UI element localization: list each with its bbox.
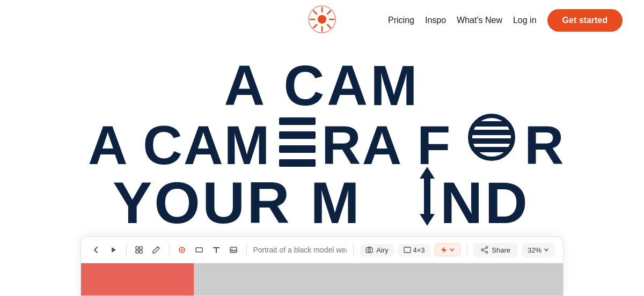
toolbar-edit-button[interactable]	[150, 241, 163, 258]
svg-text:A CAM: A CAM	[224, 54, 420, 116]
svg-point-34	[231, 249, 232, 250]
svg-rect-19	[472, 121, 511, 127]
nav-get-started-button[interactable]: Get started	[547, 9, 623, 32]
toolbar-text-button[interactable]	[210, 241, 223, 258]
style-label: Airy	[376, 246, 388, 254]
svg-marker-25	[420, 167, 435, 226]
toolbar-top: Airy 4×3	[81, 237, 563, 263]
toolbar-preview-strip	[81, 263, 563, 295]
svg-point-39	[481, 249, 484, 251]
toolbar-separator-3	[246, 243, 247, 256]
toolbar-image-button[interactable]	[227, 241, 240, 258]
prompt-input[interactable]	[253, 246, 347, 254]
toolbar-color-button[interactable]	[176, 241, 189, 258]
svg-text:R: R	[524, 115, 564, 176]
logo-icon[interactable]	[308, 5, 336, 33]
svg-rect-29	[136, 250, 138, 253]
nav-inspo[interactable]: Inspo	[425, 16, 446, 25]
svg-rect-37	[404, 247, 411, 253]
svg-rect-22	[472, 147, 511, 152]
zoom-button[interactable]: 32%	[522, 243, 554, 257]
svg-text:A CAM: A CAM	[88, 115, 271, 176]
share-label: Share	[492, 246, 510, 254]
style-badge[interactable]: Airy	[360, 244, 393, 256]
svg-text:YOUR M: YOUR M	[113, 169, 362, 234]
image-icon	[229, 246, 238, 254]
size-icon	[404, 246, 411, 254]
nav-pricing[interactable]: Pricing	[388, 16, 414, 25]
toolbar-separator-2	[169, 243, 170, 256]
toolbar-separator-5	[467, 243, 467, 256]
svg-line-42	[484, 250, 486, 252]
grid-icon	[135, 246, 143, 254]
rect-icon	[195, 246, 203, 254]
svg-text:RA F: RA F	[321, 115, 451, 176]
nav-right: Pricing Inspo What's New Log in Get star…	[388, 9, 623, 32]
svg-text:ND: ND	[440, 169, 530, 234]
chevron-down-zoom-icon	[544, 247, 549, 253]
hero-title-line2-svg: YOUR M ND	[107, 164, 537, 234]
toolbar-separator-4	[353, 243, 354, 256]
share-button[interactable]: Share	[473, 243, 518, 257]
edit-icon	[152, 246, 160, 254]
toolbar: Airy 4×3	[80, 236, 564, 296]
toolbar-rect-button[interactable]	[193, 241, 206, 258]
nav-login[interactable]: Log in	[513, 16, 537, 25]
hero-title: A CAM A CAM RA F	[80, 51, 564, 234]
generate-badge[interactable]	[435, 243, 460, 256]
svg-rect-20	[472, 130, 511, 135]
preview-thumbnail-gray	[194, 263, 563, 295]
toolbar-grid-button[interactable]	[133, 241, 145, 258]
svg-point-36	[368, 249, 371, 251]
svg-point-38	[486, 247, 488, 249]
camera-icon	[365, 246, 373, 254]
preview-thumbnail-red	[81, 263, 194, 295]
chevron-down-icon	[449, 247, 455, 253]
svg-rect-28	[140, 247, 142, 249]
svg-rect-21	[472, 138, 511, 144]
svg-rect-14	[279, 145, 316, 153]
chevron-left-icon	[92, 246, 100, 254]
text-icon	[212, 246, 221, 254]
size-label: 4×3	[413, 246, 425, 254]
play-icon	[109, 246, 118, 254]
nav-whats-new[interactable]: What's New	[457, 16, 502, 25]
svg-line-41	[484, 248, 486, 249]
svg-rect-13	[279, 131, 316, 139]
svg-rect-32	[196, 248, 202, 252]
svg-rect-27	[136, 247, 138, 249]
svg-point-40	[486, 251, 488, 254]
zoom-label: 32%	[528, 246, 541, 254]
size-badge[interactable]: 4×3	[398, 244, 430, 256]
svg-point-1	[318, 15, 326, 24]
color-icon	[178, 246, 186, 254]
toolbar-separator-1	[126, 243, 127, 256]
svg-rect-30	[140, 250, 142, 253]
svg-rect-15	[279, 159, 316, 167]
toolbar-back-button[interactable]	[90, 241, 103, 258]
toolbar-play-button[interactable]	[107, 241, 120, 258]
lightning-icon	[441, 246, 447, 254]
svg-rect-12	[279, 117, 316, 125]
logo-area[interactable]	[308, 5, 336, 35]
share-icon	[481, 246, 488, 254]
